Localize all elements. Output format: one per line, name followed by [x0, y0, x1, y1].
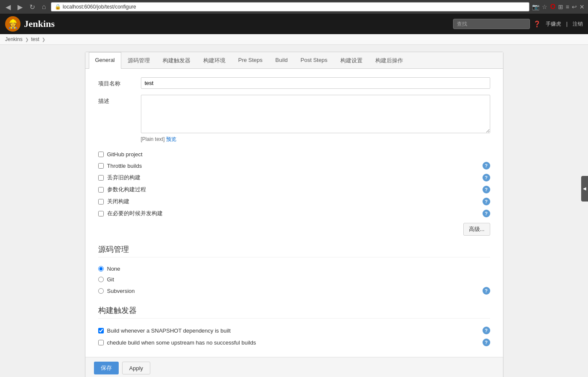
tab-general[interactable]: General [89, 52, 121, 69]
param-build-label[interactable]: 参数化构建过程 [107, 186, 146, 193]
search-input[interactable] [453, 19, 530, 29]
description-row: 描述 [Plain text] 预览 [98, 95, 490, 143]
git-label[interactable]: Git [107, 276, 114, 283]
disable-build-label[interactable]: 关闭构建 [107, 198, 129, 205]
svn-radio[interactable] [98, 288, 104, 294]
none-radio[interactable] [98, 266, 104, 272]
header-actions: 手赚虎 | 注销 [546, 20, 583, 28]
grid-icon[interactable]: ⊞ [558, 3, 563, 10]
scm-section-header: 源码管理 [98, 244, 490, 257]
discard-builds-help-icon[interactable]: ? [483, 174, 490, 181]
snapshot-trigger-help-icon[interactable]: ? [483, 327, 490, 334]
snapshot-trigger-row: Build whenever a SNAPSHOT dependency is … [98, 324, 490, 336]
upstream-trigger-row: chedule build when some upstream has no … [98, 336, 490, 348]
breadcrumb-sep-2: ❯ [42, 37, 45, 42]
nav-back-button[interactable]: ◀ [3, 2, 13, 12]
triggers-section-header: 构建触发器 [98, 305, 490, 319]
discard-builds-row: 丢弃旧的构建 ? [98, 172, 490, 184]
git-radio-row: Git [98, 274, 490, 285]
breadcrumb-test[interactable]: test [31, 36, 39, 42]
opera-icon: O [550, 3, 555, 11]
disable-build-checkbox[interactable] [98, 199, 104, 205]
apply-button[interactable]: Apply [122, 362, 151, 374]
jenkins-title: Jenkins [24, 18, 55, 29]
svn-help-icon[interactable]: ? [483, 287, 490, 295]
browser-icons: 📷 ☆ O ⊞ ≡ ↩ ✕ [532, 3, 585, 11]
none-label[interactable]: None [107, 266, 120, 272]
tab-build[interactable]: Build [269, 52, 294, 69]
sidebar-handle[interactable]: ◀ [581, 176, 588, 202]
menu-icon[interactable]: ≡ [566, 3, 569, 10]
plain-text-label: [Plain text] [141, 136, 165, 142]
snapshot-trigger-checkbox[interactable] [98, 328, 104, 333]
star-icon[interactable]: ☆ [542, 3, 547, 10]
description-label: 描述 [98, 95, 141, 105]
tab-postactions[interactable]: 构建后操作 [369, 52, 410, 69]
nav-forward-button[interactable]: ▶ [15, 2, 25, 12]
github-project-label[interactable]: GitHub project [107, 151, 143, 158]
param-build-checkbox[interactable] [98, 187, 104, 193]
config-panel: General 源码管理 构建触发器 构建环境 Pre Steps Build … [85, 52, 503, 377]
lock-icon: 🔒 [55, 4, 61, 10]
throttle-builds-checkbox[interactable] [98, 163, 104, 169]
screenshot-icon[interactable]: 📷 [532, 3, 539, 10]
nav-home-button[interactable]: ⌂ [40, 2, 48, 12]
throttle-builds-help-icon[interactable]: ? [483, 162, 490, 170]
bottom-bar: 保存 Apply [85, 357, 503, 377]
upstream-trigger-help-icon[interactable]: ? [483, 339, 490, 346]
question-icon[interactable]: ❓ [533, 20, 541, 27]
description-control: [Plain text] 预览 [141, 95, 490, 143]
tab-settings[interactable]: 构建设置 [334, 52, 369, 69]
project-name-input[interactable] [141, 77, 490, 89]
advanced-btn-container: 高级... [98, 219, 490, 236]
discard-builds-checkbox[interactable] [98, 175, 104, 181]
logout-link[interactable]: 注销 [573, 20, 583, 28]
breadcrumb-sep-1: ❯ [25, 37, 29, 42]
plain-text-hint: [Plain text] 预览 [141, 136, 490, 143]
snapshot-trigger-label[interactable]: Build whenever a SNAPSHOT dependency is … [107, 327, 231, 334]
project-name-row: 项目名称 [98, 77, 490, 89]
tab-presteps[interactable]: Pre Steps [232, 52, 269, 69]
concurrent-build-label[interactable]: 在必要的时候并发构建 [107, 210, 163, 217]
throttle-builds-label[interactable]: Throttle builds [107, 163, 142, 169]
git-radio[interactable] [98, 277, 104, 282]
tab-poststeps[interactable]: Post Steps [294, 52, 334, 69]
github-project-checkbox[interactable] [98, 152, 104, 157]
description-textarea[interactable] [141, 95, 490, 133]
tab-triggers[interactable]: 构建触发器 [156, 52, 197, 69]
back-icon[interactable]: ↩ [572, 3, 577, 10]
svn-radio-row: Subversion ? [98, 285, 490, 297]
main-content: General 源码管理 构建触发器 构建环境 Pre Steps Build … [0, 45, 588, 377]
jenkins-logo[interactable]: 👷 Jenkins [5, 16, 55, 32]
advanced-button[interactable]: 高级... [463, 223, 490, 236]
url-text: localhost:6060/job/test/configure [63, 4, 136, 10]
concurrent-build-row: 在必要的时候并发构建 ? [98, 207, 490, 219]
disable-build-help-icon[interactable]: ? [483, 198, 490, 205]
username-link[interactable]: 手赚虎 [546, 20, 561, 28]
url-bar[interactable]: 🔒 localhost:6060/job/test/configure [51, 2, 530, 12]
throttle-builds-row: Throttle builds ? [98, 160, 490, 172]
close-icon[interactable]: ✕ [579, 3, 585, 10]
project-name-label: 项目名称 [98, 77, 141, 88]
nav-refresh-button[interactable]: ↻ [27, 2, 37, 12]
preview-link[interactable]: 预览 [166, 136, 176, 142]
breadcrumb-jenkins[interactable]: Jenkins [5, 36, 23, 42]
upstream-trigger-checkbox[interactable] [98, 340, 104, 345]
concurrent-build-help-icon[interactable]: ? [483, 210, 490, 217]
tab-scm[interactable]: 源码管理 [121, 52, 156, 69]
scm-options: None Git Subversion ? [98, 263, 490, 297]
upstream-trigger-label[interactable]: chedule build when some upstream has no … [107, 339, 256, 346]
tab-env[interactable]: 构建环境 [197, 52, 232, 69]
svn-label[interactable]: Subversion [107, 288, 135, 294]
discard-builds-label[interactable]: 丢弃旧的构建 [107, 174, 140, 181]
none-radio-row: None [98, 263, 490, 274]
concurrent-build-checkbox[interactable] [98, 211, 104, 216]
header-separator: | [566, 21, 568, 27]
jenkins-header: 👷 Jenkins ❓ 手赚虎 | 注销 [0, 14, 588, 34]
checkboxes-section: GitHub project Throttle builds ? 丢弃旧的构建 … [98, 149, 490, 219]
triggers-options: Build whenever a SNAPSHOT dependency is … [98, 324, 490, 348]
param-build-help-icon[interactable]: ? [483, 186, 490, 193]
config-content: 项目名称 描述 [Plain text] 预览 [85, 69, 503, 357]
browser-bar: ◀ ▶ ↻ ⌂ 🔒 localhost:6060/job/test/config… [0, 0, 588, 14]
save-button[interactable]: 保存 [94, 362, 119, 374]
